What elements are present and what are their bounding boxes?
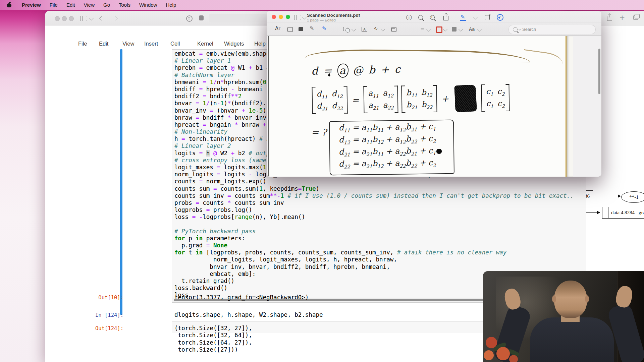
back-icon[interactable] bbox=[99, 16, 104, 20]
menu-help[interactable]: Help bbox=[166, 2, 176, 8]
text-style-icon[interactable]: Aa bbox=[469, 26, 475, 32]
flower bbox=[486, 337, 497, 348]
code-line: for t in [logprobs, probs, counts, count… bbox=[174, 249, 574, 256]
jupyter-menu-widgets[interactable]: Widgets bbox=[224, 41, 244, 47]
graph-data-label: data 4.8284 bbox=[611, 210, 635, 216]
menu-go[interactable]: Go bbox=[103, 2, 110, 8]
zoom-button[interactable] bbox=[286, 15, 290, 19]
close-button[interactable] bbox=[55, 16, 60, 21]
chevron-down-icon[interactable] bbox=[352, 27, 356, 32]
rect-select-icon[interactable] bbox=[287, 27, 293, 32]
jupyter-menu-edit[interactable]: Edit bbox=[99, 41, 108, 47]
matrix-d: d11d12d21d22 bbox=[312, 86, 347, 114]
note-icon[interactable] bbox=[391, 27, 396, 32]
menu-view[interactable]: View bbox=[84, 2, 95, 8]
matrix-cell: a12 bbox=[383, 88, 393, 99]
text-box-icon[interactable]: A bbox=[362, 27, 367, 32]
jupyter-menu-insert[interactable]: Insert bbox=[144, 41, 158, 47]
matrix-cell: a11 bbox=[368, 88, 379, 99]
zoom-in-icon[interactable]: + bbox=[430, 15, 435, 20]
share-icon[interactable] bbox=[443, 16, 448, 20]
chevron-down-icon[interactable] bbox=[477, 27, 482, 32]
new-tab-icon[interactable]: + bbox=[619, 14, 625, 22]
chevron-down-icon[interactable] bbox=[302, 15, 307, 19]
rotate-icon[interactable] bbox=[485, 15, 490, 20]
preview-header: Scanned Documents.pdf 1 page — Edited ⓘ … bbox=[267, 11, 601, 36]
info-icon[interactable]: ⓘ bbox=[406, 14, 412, 21]
flower bbox=[484, 350, 494, 360]
scan-artifact bbox=[305, 49, 530, 62]
jupyter-menu-help[interactable]: Help bbox=[254, 41, 266, 47]
matrix-cell: d22 bbox=[332, 101, 343, 111]
jupyter-menu-file[interactable]: File bbox=[78, 41, 87, 47]
person-torso bbox=[530, 317, 614, 362]
sketch-pen-icon[interactable]: ✎ bbox=[310, 25, 314, 32]
zoom-out-icon[interactable]: − bbox=[418, 15, 423, 20]
chevron-down-icon[interactable] bbox=[443, 27, 447, 32]
matrix-cell: b12 bbox=[421, 88, 432, 98]
menu-file[interactable]: File bbox=[50, 2, 58, 8]
menu-app-name[interactable]: Preview bbox=[22, 2, 41, 8]
sidebar-toggle-icon[interactable] bbox=[80, 16, 87, 21]
code-line: probs = counts * counts_sum_inv bbox=[174, 199, 574, 206]
redact-icon[interactable] bbox=[299, 27, 303, 31]
sidebar-toggle-icon[interactable] bbox=[294, 15, 301, 20]
equation-d11: d11=a11b11+a12b21+c1 bbox=[339, 122, 436, 133]
chevron-down-icon[interactable] bbox=[426, 27, 431, 32]
share-icon[interactable] bbox=[607, 16, 612, 21]
next-page-sliver bbox=[567, 36, 573, 177]
address-bar[interactable] bbox=[209, 14, 276, 22]
menu-edit[interactable]: Edit bbox=[66, 2, 75, 8]
matrix-cell: d21 bbox=[317, 101, 328, 111]
code-line: counts_sum = counts.sum(1, keepdims=True… bbox=[174, 185, 574, 192]
in124-code[interactable]: dlogits.shape, h.shape, W2.shape, b2.sha… bbox=[174, 311, 323, 318]
close-button[interactable] bbox=[272, 15, 276, 19]
out124-prompt: Out[124]: bbox=[43, 325, 123, 331]
draw-pen-icon[interactable]: ✎ bbox=[322, 25, 326, 32]
shapes-icon[interactable] bbox=[343, 27, 348, 31]
search-chevron-icon[interactable] bbox=[519, 28, 521, 31]
tab-overview-icon[interactable] bbox=[633, 15, 638, 20]
handwritten-formula: d = a @ b + c bbox=[311, 62, 401, 78]
text-select-icon[interactable]: A⌶ bbox=[275, 25, 281, 32]
equals-question: = ? bbox=[311, 127, 327, 137]
menu-tools[interactable]: Tools bbox=[119, 2, 130, 8]
equation-d22: d22=a21b12+a22b22+c2 bbox=[339, 158, 436, 170]
code-line: for p in parameters: bbox=[174, 235, 574, 242]
graph-arrow bbox=[593, 196, 621, 196]
border-color-icon[interactable] bbox=[436, 26, 442, 33]
minimize-button[interactable] bbox=[62, 16, 67, 21]
webcam-overlay bbox=[483, 271, 644, 362]
circled-a: a bbox=[337, 63, 348, 78]
jupyter-menu-view[interactable]: View bbox=[122, 41, 134, 47]
zoom-button[interactable] bbox=[69, 16, 74, 21]
markup-pencil-icon[interactable]: ✎ bbox=[461, 14, 465, 20]
flower bbox=[496, 347, 510, 360]
jupyter-menu-cell[interactable]: Cell bbox=[170, 41, 180, 47]
chevron-down-icon[interactable] bbox=[473, 15, 478, 19]
matrix-cell: d11 bbox=[317, 89, 328, 99]
line-style-icon[interactable]: ≡ bbox=[420, 26, 425, 32]
extension-icon[interactable] bbox=[199, 15, 204, 20]
forward-icon[interactable] bbox=[113, 16, 118, 20]
preview-scrollbar[interactable] bbox=[598, 49, 600, 94]
chevron-down-icon[interactable] bbox=[381, 27, 385, 32]
matrix-cell: c2 bbox=[497, 99, 505, 109]
privacy-icon[interactable] bbox=[186, 15, 193, 22]
pdf-page: d = a @ b + c d11d12d21d22 = a11a12a21a2… bbox=[268, 36, 567, 177]
matrix-a: a11a12a21a22 bbox=[363, 86, 398, 114]
window-subtitle: 1 page — Edited bbox=[307, 18, 336, 22]
search-field[interactable]: Search bbox=[508, 25, 596, 34]
markup-underline bbox=[460, 20, 466, 21]
fill-color-icon[interactable] bbox=[452, 27, 457, 32]
minimize-button[interactable] bbox=[279, 15, 283, 19]
chevron-down-icon[interactable] bbox=[459, 27, 463, 32]
menu-window[interactable]: Window bbox=[139, 2, 157, 8]
jupyter-menu-kernel[interactable]: Kernel bbox=[197, 41, 213, 47]
graph-data-node: data 4.8284 gra bbox=[602, 207, 644, 219]
signature-icon[interactable]: ∿ bbox=[373, 25, 378, 32]
apple-icon[interactable] bbox=[7, 2, 11, 7]
matrix-equation: d11d12d21d22 = a11a12a21a22 b11b12b21b22… bbox=[310, 84, 511, 114]
compass-icon[interactable] bbox=[497, 14, 503, 21]
chevron-down-icon[interactable] bbox=[89, 16, 94, 20]
